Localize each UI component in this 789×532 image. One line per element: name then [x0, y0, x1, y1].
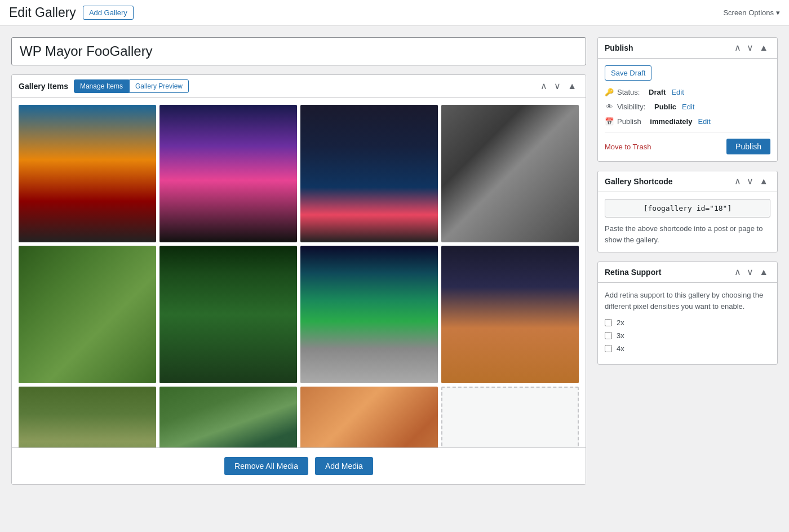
visibility-icon: 👁 [605, 102, 614, 111]
retina-description: Add retina support to this gallery by ch… [605, 290, 770, 312]
gallery-items-panel: Gallery Items Manage Items Gallery Previ… [11, 74, 586, 485]
move-to-trash-link[interactable]: Move to Trash [605, 143, 651, 151]
panel-toggle-button[interactable]: ▲ [565, 81, 579, 92]
retina-label-4x: 4x [617, 344, 624, 353]
retina-checkbox-4x[interactable] [605, 345, 612, 352]
gallery-items-title: Gallery Items [19, 82, 68, 91]
status-icon: 🔑 [605, 87, 614, 96]
shortcode-collapse-up-button[interactable]: ∧ [732, 176, 743, 187]
gallery-grid-container: + [12, 98, 586, 447]
gallery-item[interactable] [300, 246, 438, 383]
shortcode-description: Paste the above shortcode into a post or… [605, 223, 770, 245]
retina-option-row: 2x [605, 318, 770, 327]
shortcode-panel-header: Gallery Shortcode ∧ ∨ ▲ [598, 171, 777, 192]
gallery-item[interactable] [159, 246, 297, 383]
shortcode-display[interactable]: [foogallery id="18"] [605, 199, 770, 218]
gallery-item[interactable] [441, 105, 579, 242]
panel-collapse-down-button[interactable]: ∨ [552, 81, 563, 92]
retina-panel-controls: ∧ ∨ ▲ [732, 267, 770, 278]
save-draft-button[interactable]: Save Draft [605, 65, 651, 81]
calendar-icon: 📅 [605, 117, 614, 126]
panel-title-area: Gallery Items Manage Items Gallery Previ… [19, 79, 189, 93]
shortcode-collapse-down-button[interactable]: ∨ [744, 176, 756, 187]
gallery-item[interactable] [159, 105, 297, 242]
gallery-item[interactable] [19, 387, 156, 447]
gallery-grid: + [19, 105, 579, 447]
status-row: 🔑 Status: Draft Edit [605, 87, 770, 96]
publish-collapse-up-button[interactable]: ∧ [732, 42, 743, 54]
shortcode-panel-title: Gallery Shortcode [605, 177, 673, 186]
page-title-area: Edit Gallery Add Gallery [9, 5, 134, 20]
status-edit-link[interactable]: Edit [671, 88, 684, 96]
remove-all-media-button[interactable]: Remove All Media [224, 457, 308, 475]
gallery-item[interactable] [19, 246, 156, 383]
publish-panel: Publish ∧ ∨ ▲ Save Draft 🔑 Status: Draft… [597, 37, 778, 162]
panel-controls: ∧ ∨ ▲ [538, 81, 579, 92]
tab-gallery-preview[interactable]: Gallery Preview [129, 79, 189, 93]
retina-checkbox-3x[interactable] [605, 332, 612, 339]
publish-time-row: 📅 Publish immediately Edit [605, 117, 770, 126]
retina-option-row: 4x [605, 344, 770, 353]
add-media-button[interactable]: Add Media [315, 457, 373, 475]
sidebar: Publish ∧ ∨ ▲ Save Draft 🔑 Status: Draft… [597, 37, 778, 365]
gallery-item[interactable] [441, 246, 579, 383]
chevron-down-icon: ▾ [776, 8, 780, 17]
publish-when: immediately [650, 117, 692, 126]
add-media-cell[interactable]: + [441, 387, 579, 447]
status-label: Status: [617, 88, 640, 96]
publish-label: Publish [617, 117, 641, 126]
publish-footer: Move to Trash Publish [605, 132, 770, 154]
publish-panel-controls: ∧ ∨ ▲ [732, 42, 770, 54]
gallery-item[interactable] [300, 387, 438, 447]
gallery-item[interactable] [159, 387, 297, 447]
visibility-row: 👁 Visibility: Public Edit [605, 102, 770, 111]
retina-panel: Retina Support ∧ ∨ ▲ Add retina support … [597, 261, 778, 365]
retina-panel-header: Retina Support ∧ ∨ ▲ [598, 262, 777, 283]
retina-label-3x: 3x [617, 331, 624, 340]
page-title: Edit Gallery [9, 5, 76, 20]
retina-option-row: 3x [605, 331, 770, 340]
top-bar: Edit Gallery Add Gallery Screen Options … [0, 0, 789, 26]
publish-panel-header: Publish ∧ ∨ ▲ [598, 38, 777, 59]
retina-collapse-down-button[interactable]: ∨ [744, 267, 756, 278]
tab-group: Manage Items Gallery Preview [74, 79, 189, 93]
retina-label-2x: 2x [617, 318, 624, 327]
tab-manage-items[interactable]: Manage Items [74, 79, 129, 93]
publish-collapse-down-button[interactable]: ∨ [744, 42, 756, 54]
retina-toggle-button[interactable]: ▲ [757, 267, 770, 278]
publish-edit-link[interactable]: Edit [698, 117, 710, 126]
panel-header: Gallery Items Manage Items Gallery Previ… [12, 75, 586, 98]
retina-panel-body: Add retina support to this gallery by ch… [598, 283, 777, 364]
publish-button[interactable]: Publish [726, 139, 770, 154]
panel-collapse-up-button[interactable]: ∧ [538, 81, 549, 92]
content-area: Gallery Items Manage Items Gallery Previ… [11, 37, 586, 485]
shortcode-panel: Gallery Shortcode ∧ ∨ ▲ [foogallery id="… [597, 171, 778, 252]
shortcode-panel-controls: ∧ ∨ ▲ [732, 176, 770, 187]
shortcode-panel-body: [foogallery id="18"] Paste the above sho… [598, 192, 777, 252]
status-value: Draft [649, 88, 666, 96]
visibility-edit-link[interactable]: Edit [682, 103, 694, 111]
retina-collapse-up-button[interactable]: ∧ [732, 267, 743, 278]
add-gallery-button[interactable]: Add Gallery [83, 6, 134, 20]
publish-panel-body: Save Draft 🔑 Status: Draft Edit 👁 Visibi… [598, 59, 777, 161]
publish-toggle-button[interactable]: ▲ [757, 42, 770, 54]
visibility-value: Public [654, 103, 676, 111]
retina-panel-title: Retina Support [605, 268, 661, 277]
gallery-item[interactable] [300, 105, 438, 242]
shortcode-toggle-button[interactable]: ▲ [757, 176, 770, 187]
bottom-actions: Remove All Media Add Media [12, 447, 586, 484]
retina-checkbox-2x[interactable] [605, 319, 612, 326]
main-wrapper: Gallery Items Manage Items Gallery Previ… [0, 26, 789, 496]
gallery-item[interactable] [19, 105, 156, 242]
visibility-label: Visibility: [617, 103, 645, 111]
publish-panel-title: Publish [605, 43, 633, 52]
screen-options-button[interactable]: Screen Options ▾ [723, 8, 780, 17]
gallery-title-input[interactable] [11, 37, 586, 65]
